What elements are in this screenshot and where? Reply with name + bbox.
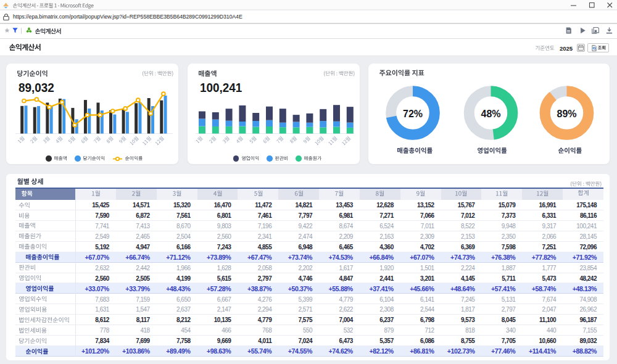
svg-text:48%: 48% [481, 109, 500, 119]
svg-text:72%: 72% [403, 109, 423, 119]
svg-text:89%: 89% [557, 109, 576, 119]
